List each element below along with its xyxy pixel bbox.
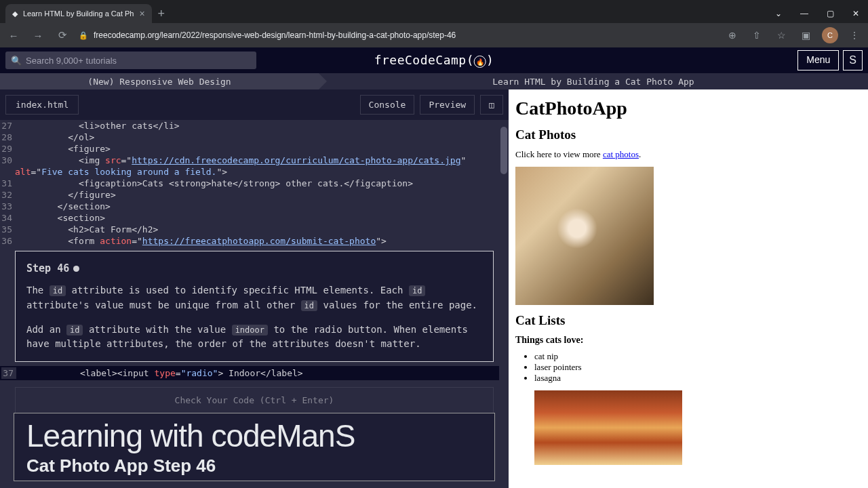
new-tab-button[interactable]: + — [152, 4, 171, 23]
tab-favicon: ◆ — [12, 9, 18, 18]
menu-button[interactable]: Menu — [797, 50, 839, 70]
maximize-button[interactable]: ▢ — [818, 4, 842, 23]
url-text: freecodecamp.org/learn/2022/responsive-w… — [94, 30, 456, 40]
cat-image[interactable] — [515, 167, 654, 305]
console-button[interactable]: Console — [360, 95, 415, 115]
list-item: laser pointers — [534, 362, 861, 373]
address-bar[interactable]: 🔒 freecodecamp.org/learn/2022/responsive… — [79, 30, 716, 40]
back-button[interactable]: ← — [5, 27, 22, 43]
preview-button[interactable]: Preview — [420, 95, 475, 115]
share-icon[interactable]: ⇧ — [749, 27, 765, 43]
donate-button[interactable]: S — [843, 50, 863, 70]
flame-icon: 🔥 — [474, 56, 486, 68]
scrollbar[interactable] — [499, 120, 509, 488]
brand-logo[interactable]: freeCodeCamp(🔥) — [374, 53, 494, 68]
instructions-panel: Step 46 The id attribute is used to iden… — [15, 251, 494, 362]
preview-h2-photos: Cat Photos — [515, 127, 861, 142]
search-placeholder: Search 9,000+ tutorials — [26, 56, 117, 66]
close-button[interactable]: ✕ — [844, 4, 868, 23]
search-icon: 🔍 — [11, 56, 22, 66]
tab-title: Learn HTML by Building a Cat Ph — [23, 9, 134, 18]
zoom-icon[interactable]: ⊕ — [724, 27, 741, 43]
lasagna-image[interactable] — [534, 390, 682, 465]
preview-h3-love: Things cats love: — [515, 335, 861, 346]
preview-h2-lists: Cat Lists — [515, 313, 861, 328]
file-tab-index[interactable]: index.html — [5, 95, 79, 115]
layout-toggle-icon[interactable]: ◫ — [480, 95, 503, 115]
status-dot-icon — [73, 266, 79, 272]
menu-icon[interactable]: ⋮ — [846, 27, 863, 43]
reload-button[interactable]: ⟳ — [54, 27, 71, 43]
profile-avatar[interactable]: C — [822, 27, 838, 43]
step-title: Step 46 — [26, 261, 482, 277]
chevron-down-icon[interactable]: ⌄ — [766, 4, 791, 23]
panel-icon[interactable]: ▣ — [797, 27, 814, 43]
video-overlay: Learning with codeManS Cat Photo App Ste… — [14, 413, 495, 481]
close-icon[interactable]: × — [139, 8, 144, 19]
list-item: cat nip — [534, 351, 861, 362]
bookmark-icon[interactable]: ☆ — [773, 27, 789, 43]
lock-icon: 🔒 — [79, 31, 88, 40]
preview-pane: CatPhotoApp Cat Photos Click here to vie… — [509, 89, 868, 488]
list-item: lasagna — [534, 373, 861, 384]
breadcrumb-course[interactable]: (New) Responsive Web Design — [0, 73, 319, 89]
things-cats-love-list: cat nip laser pointers lasagna — [534, 351, 861, 384]
breadcrumb-lesson: Learn HTML by Building a Cat Photo App — [319, 73, 868, 89]
forward-button[interactable]: → — [30, 27, 46, 43]
preview-h1: CatPhotoApp — [515, 98, 861, 119]
search-input[interactable]: 🔍 Search 9,000+ tutorials — [5, 52, 256, 69]
overlay-subtitle: Cat Photo App Step 46 — [26, 455, 482, 476]
overlay-title: Learning with codeManS — [26, 418, 482, 454]
cat-photos-link[interactable]: cat photos — [603, 149, 639, 159]
browser-tab[interactable]: ◆ Learn HTML by Building a Cat Ph × — [5, 4, 152, 23]
check-code-button[interactable]: Check Your Code (Ctrl + Enter) — [15, 387, 494, 413]
minimize-button[interactable]: — — [792, 4, 816, 23]
heart-icon: S — [849, 54, 856, 66]
